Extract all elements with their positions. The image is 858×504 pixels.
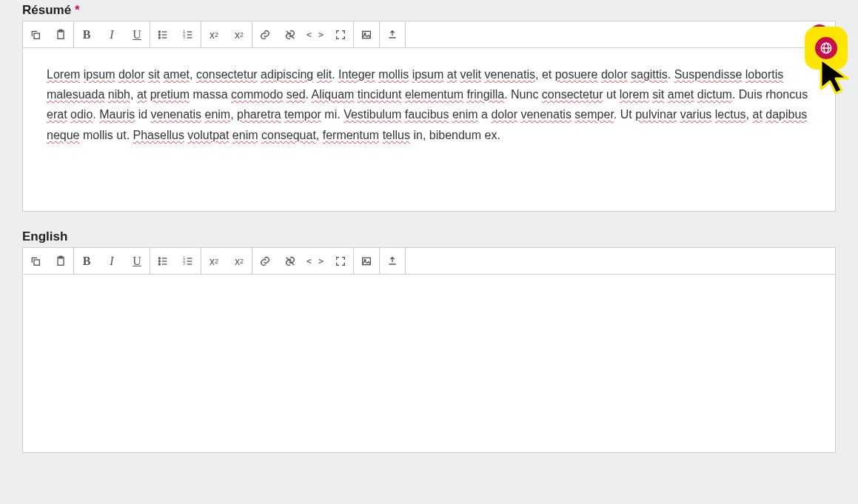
number-list-icon[interactable]: 123 (175, 21, 201, 47)
svg-rect-19 (363, 31, 371, 38)
italic-button[interactable]: I (99, 21, 124, 47)
image-icon[interactable] (354, 248, 379, 274)
bold-button[interactable]: B (74, 248, 99, 274)
svg-point-29 (158, 263, 160, 265)
fullscreen-icon[interactable] (328, 248, 353, 274)
svg-point-7 (158, 34, 160, 36)
required-asterisk: * (75, 3, 80, 17)
svg-point-27 (158, 258, 160, 259)
svg-text:3: 3 (183, 36, 185, 39)
resume-toolbar: B I U 123 x2 x2 < > (23, 21, 835, 48)
english-textarea[interactable] (23, 275, 835, 452)
cursor-pointer-overlay (812, 53, 858, 104)
paste-icon[interactable] (48, 248, 73, 274)
upload-icon[interactable] (380, 21, 405, 47)
bullet-list-icon[interactable] (150, 248, 175, 274)
english-editor: B I U 123 x2 x2 < > (22, 247, 836, 453)
code-icon[interactable]: < > (303, 21, 328, 47)
upload-icon[interactable] (380, 248, 405, 274)
subscript-button[interactable]: x2 (227, 21, 252, 47)
underline-button[interactable]: U (124, 248, 150, 274)
svg-point-6 (158, 31, 160, 33)
resume-textarea[interactable]: Lorem ipsum dolor sit amet, consectetur … (23, 48, 835, 211)
superscript-button[interactable]: x2 (201, 21, 227, 47)
bullet-list-icon[interactable] (150, 21, 175, 47)
svg-point-28 (158, 261, 160, 262)
code-icon[interactable]: < > (303, 248, 328, 274)
copy-icon[interactable] (23, 21, 48, 47)
svg-point-8 (158, 37, 160, 38)
paste-icon[interactable] (48, 21, 73, 47)
number-list-icon[interactable]: 123 (175, 248, 201, 274)
svg-rect-24 (34, 260, 39, 265)
english-toolbar: B I U 123 x2 x2 < > (23, 248, 835, 275)
image-icon[interactable] (354, 21, 379, 47)
svg-text:3: 3 (183, 262, 185, 266)
link-icon[interactable] (252, 248, 278, 274)
fullscreen-icon[interactable] (328, 21, 353, 47)
english-label: English (0, 226, 858, 247)
bold-button[interactable]: B (74, 21, 99, 47)
unlink-icon[interactable] (278, 248, 303, 274)
resume-editor: B I U 123 x2 x2 < > (22, 21, 836, 212)
italic-button[interactable]: I (99, 248, 124, 274)
subscript-button[interactable]: x2 (227, 248, 252, 274)
copy-icon[interactable] (23, 248, 48, 274)
svg-rect-3 (34, 33, 39, 38)
superscript-button[interactable]: x2 (201, 248, 227, 274)
resume-label: Résumé * (0, 0, 858, 21)
underline-button[interactable]: U (124, 21, 150, 47)
unlink-icon[interactable] (278, 21, 303, 47)
link-icon[interactable] (252, 21, 278, 47)
svg-rect-40 (363, 258, 371, 264)
